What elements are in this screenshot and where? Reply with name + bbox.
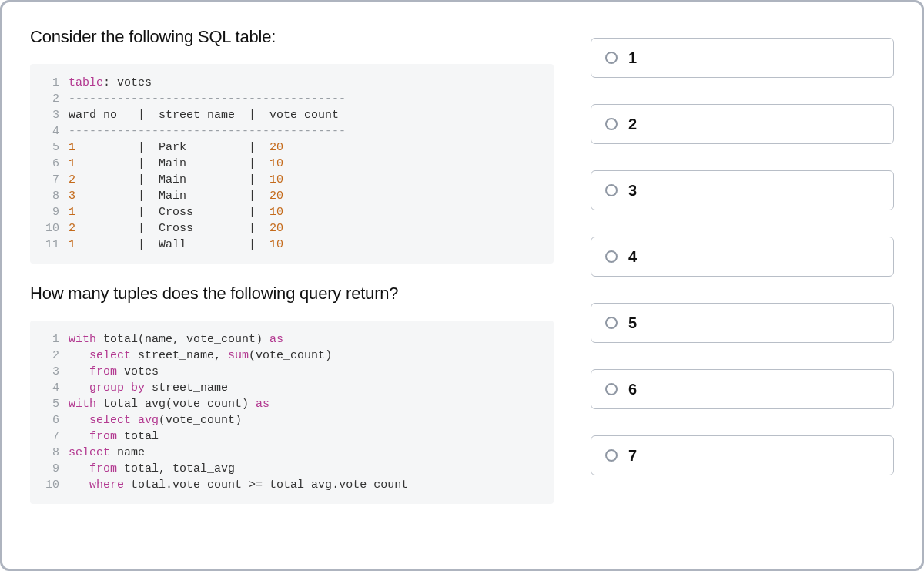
line-number: 9 [30,461,69,477]
option-label: 1 [628,49,637,67]
line-number: 8 [30,188,69,204]
code-content: 3 | Main | 20 [69,188,283,204]
code-content: group by street_name [69,380,228,396]
answer-option-2[interactable]: 2 [591,104,894,144]
code-content: ---------------------------------------- [69,123,346,139]
line-number: 10 [30,220,69,237]
radio-icon [605,449,618,462]
code-line: 102 | Cross | 20 [30,220,554,237]
answer-option-6[interactable]: 6 [591,369,894,409]
radio-icon [605,250,618,263]
query-code-block: 1with total(name, vote_count) as2 select… [30,321,554,504]
code-content: 1 | Main | 10 [69,156,283,172]
code-content: 2 | Cross | 20 [69,220,283,237]
answer-option-5[interactable]: 5 [591,303,894,343]
line-number: 1 [30,75,69,91]
code-line: 91 | Cross | 10 [30,204,554,220]
code-content: 2 | Main | 10 [69,172,283,188]
answer-option-3[interactable]: 3 [591,170,894,210]
code-line: 4 group by street_name [30,380,554,396]
option-label: 5 [628,314,637,332]
answer-option-1[interactable]: 1 [591,38,894,78]
code-content: from total [69,428,159,445]
code-content: select street_name, sum(vote_count) [69,348,332,364]
code-content: 1 | Park | 20 [69,139,283,156]
option-label: 4 [628,248,637,266]
code-line: 3ward_no | street_name | vote_count [30,107,554,123]
radio-icon [605,118,618,130]
option-label: 3 [628,182,637,200]
line-number: 5 [30,396,69,412]
code-content: with total_avg(vote_count) as [69,396,270,412]
code-content: from votes [69,364,159,380]
code-line: 6 select avg(vote_count) [30,412,554,428]
option-label: 2 [628,116,637,133]
code-content: from total, total_avg [69,461,235,477]
line-number: 10 [30,477,69,493]
code-content: where total.vote_count >= total_avg.vote… [69,477,408,493]
question-prompt: How many tuples does the following query… [30,284,554,304]
line-number: 1 [30,331,69,348]
radio-icon [605,52,618,64]
code-line: 83 | Main | 20 [30,188,554,204]
answer-option-7[interactable]: 7 [591,435,894,475]
code-content: select avg(vote_count) [69,412,242,428]
radio-icon [605,383,618,395]
code-content: 1 | Wall | 10 [69,237,283,253]
code-content: ---------------------------------------- [69,91,346,107]
code-line: 2---------------------------------------… [30,91,554,107]
line-number: 2 [30,91,69,107]
code-line: 7 from total [30,428,554,445]
code-content: select name [69,445,145,461]
table-code-block: 1table: votes2--------------------------… [30,64,554,264]
code-line: 1table: votes [30,75,554,91]
question-intro: Consider the following SQL table: [30,27,554,47]
line-number: 8 [30,445,69,461]
line-number: 11 [30,237,69,253]
code-content: table: votes [69,75,152,91]
line-number: 7 [30,172,69,188]
line-number: 5 [30,139,69,156]
answer-option-4[interactable]: 4 [591,237,894,277]
code-line: 72 | Main | 10 [30,172,554,188]
code-line: 10 where total.vote_count >= total_avg.v… [30,477,554,493]
line-number: 4 [30,380,69,396]
code-content: with total(name, vote_count) as [69,331,283,348]
code-line: 5with total_avg(vote_count) as [30,396,554,412]
line-number: 2 [30,348,69,364]
code-line: 3 from votes [30,364,554,380]
line-number: 4 [30,123,69,139]
line-number: 9 [30,204,69,220]
question-container: Consider the following SQL table: 1table… [30,27,894,544]
code-content: ward_no | street_name | vote_count [69,107,339,123]
line-number: 6 [30,412,69,428]
line-number: 7 [30,428,69,445]
radio-icon [605,184,618,196]
line-number: 3 [30,364,69,380]
code-line: 111 | Wall | 10 [30,237,554,253]
question-body: Consider the following SQL table: 1table… [30,27,554,544]
code-content: 1 | Cross | 10 [69,204,283,220]
answer-options: 1234567 [591,27,894,544]
code-line: 61 | Main | 10 [30,156,554,172]
option-label: 7 [628,447,637,465]
option-label: 6 [628,381,637,398]
code-line: 8select name [30,445,554,461]
code-line: 1with total(name, vote_count) as [30,331,554,348]
code-line: 9 from total, total_avg [30,461,554,477]
radio-icon [605,317,618,329]
code-line: 51 | Park | 20 [30,139,554,156]
line-number: 3 [30,107,69,123]
code-line: 4---------------------------------------… [30,123,554,139]
line-number: 6 [30,156,69,172]
code-line: 2 select street_name, sum(vote_count) [30,348,554,364]
